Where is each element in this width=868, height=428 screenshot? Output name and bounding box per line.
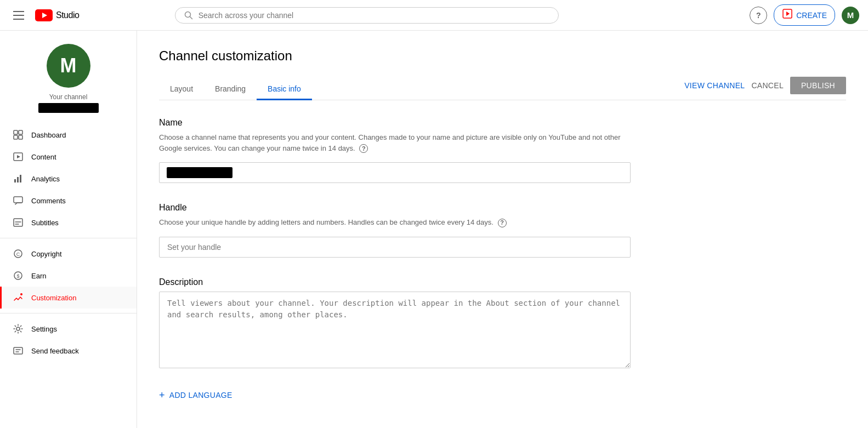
description-section-title: Description bbox=[159, 277, 631, 287]
page-title: Channel customization bbox=[159, 48, 846, 64]
add-language-button[interactable]: + ADD LANGUAGE bbox=[159, 390, 232, 401]
tab-branding[interactable]: Branding bbox=[204, 79, 257, 100]
tab-actions: VIEW CHANNEL CANCEL PUBLISH bbox=[684, 77, 846, 100]
description-textarea[interactable] bbox=[159, 292, 631, 368]
header: Studio ? CREATE M bbox=[0, 0, 868, 31]
sidebar-item-label: Earn bbox=[31, 272, 46, 280]
tab-layout[interactable]: Layout bbox=[159, 79, 204, 100]
search-icon bbox=[184, 11, 193, 20]
sidebar-item-label: Settings bbox=[31, 325, 57, 333]
svg-rect-6 bbox=[19, 130, 22, 134]
sidebar-item-subtitles[interactable]: Subtitles bbox=[0, 212, 137, 233]
copyright-icon: C bbox=[13, 248, 24, 259]
svg-point-23 bbox=[16, 327, 20, 330]
sidebar-item-label: Comments bbox=[31, 197, 66, 205]
create-icon bbox=[782, 8, 793, 22]
name-section: Name Choose a channel name that represen… bbox=[159, 118, 631, 183]
svg-rect-24 bbox=[14, 347, 22, 354]
publish-button[interactable]: PUBLISH bbox=[790, 77, 846, 94]
handle-section-desc: Choose your unique handle by adding lett… bbox=[159, 217, 631, 228]
logo[interactable]: Studio bbox=[35, 9, 79, 21]
handle-help-icon[interactable]: ? bbox=[498, 219, 507, 227]
sidebar-item-settings[interactable]: Settings bbox=[0, 318, 137, 340]
youtube-icon bbox=[35, 9, 53, 21]
svg-rect-5 bbox=[14, 130, 18, 134]
tabs-bar: Layout Branding Basic info VIEW CHANNEL … bbox=[159, 77, 846, 100]
sidebar-item-feedback[interactable]: Send feedback bbox=[0, 340, 137, 362]
view-channel-button[interactable]: VIEW CHANNEL bbox=[684, 81, 745, 90]
add-language-label: ADD LANGUAGE bbox=[169, 391, 232, 400]
cancel-button[interactable]: CANCEL bbox=[751, 81, 784, 90]
channel-avatar[interactable]: M bbox=[47, 44, 90, 88]
sidebar-item-earn[interactable]: $ Earn bbox=[0, 265, 137, 287]
content-icon bbox=[13, 151, 24, 162]
sidebar-divider-2 bbox=[0, 313, 137, 313]
studio-label: Studio bbox=[56, 10, 79, 20]
sidebar-item-content[interactable]: Content bbox=[0, 146, 137, 168]
plus-icon: + bbox=[159, 390, 165, 401]
svg-text:$: $ bbox=[16, 273, 19, 279]
create-label: CREATE bbox=[796, 11, 827, 20]
svg-marker-10 bbox=[17, 155, 20, 158]
earn-icon: $ bbox=[13, 270, 24, 281]
sidebar-nav: Dashboard Content bbox=[0, 124, 137, 362]
search-input[interactable] bbox=[198, 11, 549, 20]
sidebar-item-label: Subtitles bbox=[31, 219, 59, 227]
svg-rect-14 bbox=[14, 197, 22, 203]
svg-point-22 bbox=[20, 293, 22, 295]
svg-rect-7 bbox=[14, 135, 18, 139]
name-input-wrapper bbox=[159, 162, 631, 183]
svg-rect-15 bbox=[14, 219, 22, 226]
feedback-icon bbox=[13, 345, 24, 356]
description-section: Description bbox=[159, 277, 631, 370]
settings-icon bbox=[13, 323, 24, 334]
sidebar-item-label: Dashboard bbox=[31, 131, 66, 139]
comments-icon bbox=[13, 195, 24, 206]
channel-name-masked bbox=[38, 103, 99, 113]
dashboard-icon bbox=[13, 129, 24, 140]
svg-rect-13 bbox=[20, 175, 21, 182]
handle-input[interactable] bbox=[159, 237, 631, 258]
sidebar-item-label: Copyright bbox=[31, 250, 62, 258]
user-avatar[interactable]: M bbox=[842, 7, 859, 24]
create-button[interactable]: CREATE bbox=[774, 4, 835, 26]
svg-rect-12 bbox=[17, 177, 19, 182]
header-left: Studio bbox=[9, 7, 79, 24]
svg-line-3 bbox=[190, 16, 192, 19]
customization-icon bbox=[13, 292, 24, 303]
name-help-icon[interactable]: ? bbox=[359, 144, 368, 153]
tab-basic-info[interactable]: Basic info bbox=[257, 79, 312, 100]
header-right: ? CREATE M bbox=[750, 4, 859, 26]
sidebar-item-customization[interactable]: Customization bbox=[0, 287, 137, 309]
svg-rect-8 bbox=[19, 135, 22, 139]
sidebar: M Your channel Dashboard bbox=[0, 31, 137, 428]
svg-rect-11 bbox=[14, 179, 16, 182]
help-button[interactable]: ? bbox=[750, 7, 767, 24]
app-body: M Your channel Dashboard bbox=[0, 31, 868, 428]
menu-button[interactable] bbox=[9, 7, 29, 24]
svg-text:C: C bbox=[16, 252, 20, 257]
name-input[interactable] bbox=[159, 162, 631, 183]
sidebar-divider bbox=[0, 238, 137, 238]
subtitles-icon bbox=[13, 217, 24, 228]
main-content: Channel customization Layout Branding Ba… bbox=[137, 31, 868, 428]
analytics-icon bbox=[13, 173, 24, 184]
name-section-title: Name bbox=[159, 118, 631, 128]
handle-section-title: Handle bbox=[159, 203, 631, 213]
sidebar-item-dashboard[interactable]: Dashboard bbox=[0, 124, 137, 146]
sidebar-item-label: Send feedback bbox=[31, 347, 79, 355]
channel-label: Your channel bbox=[49, 93, 88, 101]
sidebar-item-analytics[interactable]: Analytics bbox=[0, 168, 137, 190]
handle-section: Handle Choose your unique handle by addi… bbox=[159, 203, 631, 258]
sidebar-item-label: Customization bbox=[31, 294, 76, 302]
sidebar-item-copyright[interactable]: C Copyright bbox=[0, 243, 137, 265]
sidebar-item-label: Content bbox=[31, 153, 56, 161]
sidebar-item-comments[interactable]: Comments bbox=[0, 190, 137, 212]
sidebar-item-label: Analytics bbox=[31, 175, 60, 183]
name-section-desc: Choose a channel name that represents yo… bbox=[159, 132, 631, 153]
search-bar bbox=[175, 7, 559, 24]
